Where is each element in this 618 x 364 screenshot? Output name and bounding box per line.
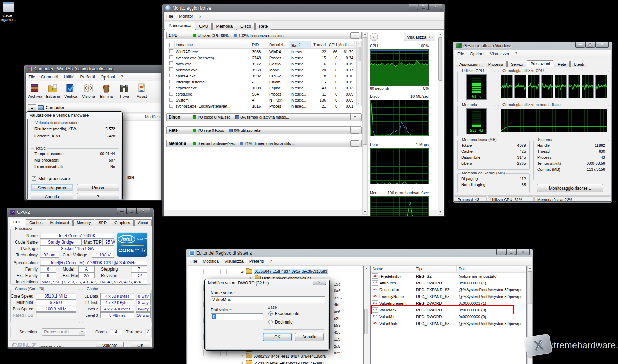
taskmgr-titlebar[interactable]: Gestione attività Windows — ▢ × xyxy=(454,42,611,50)
tree-collapsed-icon[interactable]: ▷ xyxy=(241,361,245,364)
menu-help[interactable]: ? xyxy=(199,14,201,19)
menu-help[interactable]: ? xyxy=(121,75,123,80)
tab-about[interactable]: About xyxy=(134,219,152,226)
select-all-checkbox[interactable] xyxy=(169,43,173,47)
tree-expanded-icon[interactable]: ◢ xyxy=(241,270,245,273)
tree-item-selected[interactable]: ◢ 0cc5b647-c1df-4637-891a-dec35c318583 xyxy=(241,269,328,274)
row-checkbox[interactable] xyxy=(169,92,173,96)
annulla-button[interactable]: Annulla xyxy=(31,193,73,199)
toolbar-trova-button[interactable]: Trova xyxy=(115,83,133,101)
tab-memory[interactable]: Memory xyxy=(73,219,95,226)
process-row[interactable]: svchost.exe (secsvcs)2748Proces...In ese… xyxy=(168,55,356,61)
menu-file[interactable]: File xyxy=(166,14,173,19)
menu-opzioni[interactable]: Opzioni xyxy=(101,75,115,80)
regedit-titlebar[interactable]: Editor del Registro di sistema — ▢ × xyxy=(187,249,532,257)
tab-rete[interactable]: Rete xyxy=(554,61,569,67)
menu-preferiti[interactable]: Preferiti xyxy=(80,75,95,80)
menu-file[interactable]: File xyxy=(190,259,197,264)
tab-memoria[interactable]: Memoria xyxy=(212,23,236,30)
validate-button[interactable]: Validate xyxy=(96,342,124,348)
collapse-chevron-icon[interactable]: ▲ xyxy=(350,32,359,39)
tab-cpu[interactable]: CPU xyxy=(196,23,212,30)
monitoraggio-risorse-button[interactable]: Monitoraggio risorse... xyxy=(537,184,603,192)
row-checkbox[interactable] xyxy=(169,61,173,65)
values-header[interactable]: Nome Tipo Dati xyxy=(371,266,526,273)
menu-help[interactable]: ? xyxy=(515,51,517,56)
row-checkbox[interactable] xyxy=(169,98,173,102)
ok-button[interactable]: OK xyxy=(263,333,292,341)
cpuz-titlebar[interactable]: Z CPU-Z — ▢ × xyxy=(8,208,153,216)
tree-item[interactable]: ▷ 6c2993b0-8f48-481f-bcc6-00dd2742aa06 xyxy=(241,360,325,364)
annulla-button[interactable]: Annulla xyxy=(295,333,324,341)
row-checkbox[interactable] xyxy=(169,49,173,53)
cpu-section-bar[interactable]: CPU Utilizzo CPU 66% 102% frequenza mass… xyxy=(166,32,362,39)
desktop-icon[interactable]: c.exe - egame... xyxy=(0,2,20,22)
benchmark-titlebar[interactable]: Valutazione e verifica hardware xyxy=(27,112,121,119)
help-button[interactable]: ? xyxy=(77,193,119,199)
dati-valore-input[interactable]: 0 xyxy=(211,313,263,320)
nome-valore-field[interactable]: ValueMax xyxy=(211,296,325,303)
menu-modifica[interactable]: Modifica xyxy=(203,259,219,264)
tab-caches[interactable]: Caches xyxy=(26,219,46,226)
menu-file[interactable]: File xyxy=(457,51,464,56)
row-checkbox[interactable] xyxy=(169,86,173,89)
minimize-button[interactable]: — xyxy=(496,249,506,255)
decimale-radio[interactable]: Decimale xyxy=(268,320,293,325)
menu-opzioni[interactable]: Opzioni xyxy=(470,51,484,56)
process-row[interactable]: explorer.exe1608Esplor...In esec...4300.… xyxy=(168,85,356,91)
menu-help[interactable]: ? xyxy=(270,259,272,264)
esadecimale-radio[interactable]: Esadecimale xyxy=(268,311,299,316)
toolbar-visiona-button[interactable]: Visiona xyxy=(80,83,97,101)
rete-section-bar[interactable]: Rete I/O rete 0 Kbps 0% utilizzo rete ▼ xyxy=(166,126,362,134)
toolbar-elimina-button[interactable]: Elimina xyxy=(97,83,115,101)
process-row[interactable]: WinRAR.exe3068WinRA...In esec...226661.7… xyxy=(168,49,356,55)
menu-visualizza[interactable]: Visualizza xyxy=(490,51,509,56)
close-button[interactable]: × xyxy=(595,42,609,48)
multiprocessore-checkbox[interactable] xyxy=(32,176,36,181)
value-row-valuemax[interactable]: 110ValueMaxREG_DWORD0x00000000 (0) xyxy=(371,306,526,313)
tab-servizi[interactable]: Servizi xyxy=(507,61,526,67)
value-row[interactable]: 110ValueMinREG_DWORD0x00000000 (0) xyxy=(371,313,526,320)
minimize-button[interactable]: — xyxy=(409,4,418,10)
process-row[interactable]: cpuz64.exe1992CPU-Z ...In esec...800.16 xyxy=(168,73,356,79)
row-checkbox[interactable] xyxy=(169,74,173,77)
up-directory-button[interactable]: ▲ xyxy=(28,104,36,111)
value-row[interactable]: abDescriptionREG_EXPAND_SZ@%SystemRoot%\… xyxy=(371,286,526,293)
expand-chevron-icon[interactable]: ▼ xyxy=(350,127,359,134)
row-checkbox[interactable] xyxy=(169,55,173,59)
value-row[interactable]: 110ValueIncrementREG_DWORD0x00000001 (1) xyxy=(371,300,526,306)
menu-preferiti[interactable]: Preferiti xyxy=(249,259,264,264)
tab-prestazioni[interactable]: Prestazioni xyxy=(527,60,553,67)
toolbar-verifica-button[interactable]: Verifica xyxy=(62,83,80,101)
expand-chevron-icon[interactable]: ▼ xyxy=(350,140,359,147)
winrar-titlebar[interactable]: Computer - WinRAR (copia di valutazione) xyxy=(25,65,162,73)
tab-utenti[interactable]: Utenti xyxy=(570,61,588,67)
process-table-header[interactable]: Immagine PID Descrizi... ▲Stato Thread C… xyxy=(168,41,356,49)
secondo-piano-button[interactable]: Secondo piano xyxy=(31,184,73,191)
value-row[interactable]: ab(Predefinito)REG_SZ(valore non imposta… xyxy=(371,273,526,279)
process-row[interactable]: svchost.exe (LocalSystemNet...1016Proces… xyxy=(168,103,356,109)
tab-processi[interactable]: Processi xyxy=(485,61,507,67)
tab-applicazioni[interactable]: Applicazioni xyxy=(456,61,484,67)
tab-panoramica[interactable]: Panoramica xyxy=(165,22,195,30)
row-checkbox[interactable] xyxy=(169,80,173,83)
tree-item[interactable]: ▷ 68dd2f27-a4ce-4e11-8487-3794e4135dfa xyxy=(241,354,326,358)
tree-collapsed-icon[interactable]: ▷ xyxy=(241,354,245,358)
disco-section-bar[interactable]: Disco I/O disco 0 MB/sec 0% tempo di att… xyxy=(166,113,362,121)
tab-mainboard[interactable]: Mainboard xyxy=(47,219,73,226)
ok-button[interactable]: OK xyxy=(131,342,150,348)
toolbar-archivia-button[interactable]: Archivia xyxy=(26,83,44,101)
minimize-button[interactable]: — xyxy=(117,208,127,214)
value-row[interactable]: abValueUnitsREG_EXPAND_SZ@%SystemRoot%\s… xyxy=(371,320,526,327)
right-panel-scrollbar[interactable]: ▲▼ xyxy=(438,32,443,215)
dword-titlebar[interactable]: Modifica valore DWORD (32 bit) × xyxy=(206,279,328,287)
column-header-modificato[interactable]: Modificat xyxy=(145,115,161,119)
memoria-section-bar[interactable]: Memoria 0 errori hardware/sec 21% di mem… xyxy=(166,140,362,147)
tab-disco[interactable]: Disco xyxy=(237,23,255,30)
toolbar-estrai-button[interactable]: Estrai in xyxy=(44,83,62,101)
menu-monitor[interactable]: Monitor xyxy=(179,14,193,19)
panel-collapse-button[interactable]: › xyxy=(370,33,378,41)
minimize-button[interactable]: — xyxy=(575,42,585,48)
tree-scrollbar[interactable]: ▲▼ xyxy=(364,266,369,364)
tab-rete[interactable]: Rete xyxy=(255,23,271,30)
